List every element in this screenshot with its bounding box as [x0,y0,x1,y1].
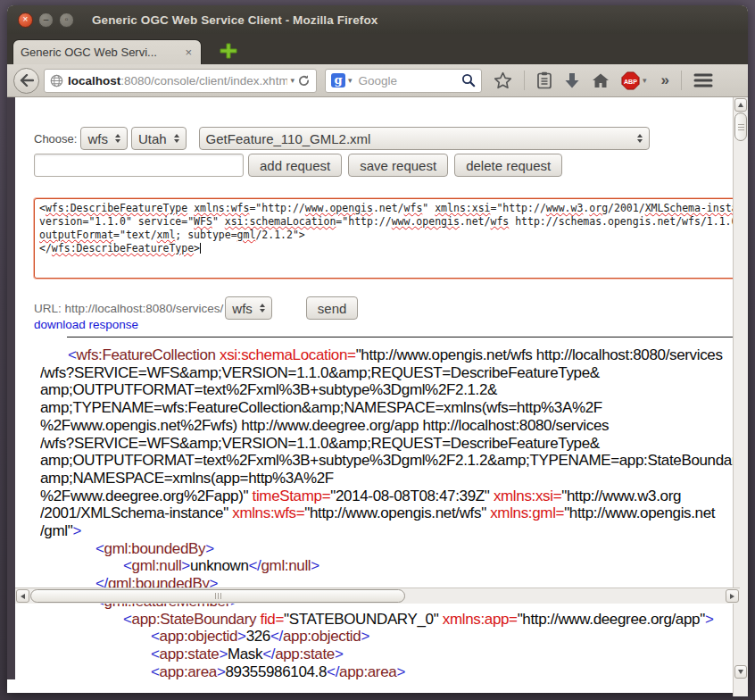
window-maximize-button[interactable]: ▫ [59,12,74,28]
url-dropdown-icon[interactable]: ▾ [290,76,295,85]
vertical-scroll-thumb[interactable] [734,112,747,141]
adblock-plus-button[interactable]: ABP ▾ [621,71,650,90]
editor-line: version="1.1.0" service="WFS" xsi:schema… [39,215,733,229]
scroll-right-icon [730,594,734,599]
response-line: %2Fwww.deegree.org%2Fapp)" timeStamp="20… [40,488,733,505]
tab-close-icon[interactable]: × [183,46,194,59]
request-editor-textarea[interactable]: <wfs:DescribeFeatureType xmlns:wfs="http… [34,198,733,279]
service-url-label: URL: http://localhost:8080/services/ [34,302,223,315]
select-stepper-icon [115,134,120,143]
tab-label: Generic OGC Web Servi... [21,46,183,59]
search-engine-dropdown-icon[interactable]: ▾ [348,76,353,85]
search-icon[interactable] [461,73,476,88]
bookmarks-menu-button[interactable] [536,71,552,89]
response-line: amp;OUTPUTFORMAT=text%2Fxml%3B+subtype%3… [40,381,733,399]
desktop: × – ▫ Generic OGC Web Service Client - M… [0,0,755,700]
scroll-down-button[interactable] [734,665,747,679]
navigation-toolbar: localhost :8080/console/client/index.xht… [7,64,748,97]
workspace-value: Utah [138,131,167,146]
star-icon [494,71,512,89]
text-caret [200,243,201,254]
abp-dropdown-icon[interactable]: ▾ [643,76,647,85]
back-button[interactable] [13,68,39,94]
new-tab-button[interactable] [218,42,239,60]
window-close-button[interactable]: × [18,12,33,28]
response-xml: <wfs:FeatureCollection xsi:schemaLocatio… [40,346,733,679]
editor-line: </wfs:DescribeFeatureType> [39,242,733,255]
response-line: amp;NAMESPACE=xmlns(app=http%3A%2F [40,470,733,488]
downloads-button[interactable] [564,72,580,89]
response-line: <wfs:FeatureCollection xsi:schemaLocatio… [40,346,733,364]
scroll-up-button[interactable] [734,98,747,112]
select-stepper-icon [174,134,179,143]
request-name-input[interactable] [34,154,244,177]
home-button[interactable] [592,72,610,89]
scroll-right-button[interactable] [726,589,739,603]
send-button[interactable]: send [306,296,359,320]
scroll-left-button[interactable] [16,589,29,603]
response-line: /wfs?SERVICE=WFS&amp;VERSION=1.1.0&amp;R… [40,364,733,382]
scroll-up-icon [738,103,743,107]
horizontal-scroll-thumb[interactable] [30,589,405,603]
firefox-window: × – ▫ Generic OGC Web Service Client - M… [7,5,748,693]
response-line: <app:objectid>326</app:objectid> [40,628,733,646]
horizontal-scrollbar[interactable] [15,588,740,604]
scroll-left-icon [21,594,25,599]
url-bar[interactable]: localhost :8080/console/client/index.xht… [44,69,317,93]
select-stepper-icon [637,134,643,143]
response-line: amp;TYPENAME=wfs:FeatureCollection&amp;N… [40,399,733,417]
save-request-button[interactable]: save request [348,154,448,177]
abp-icon: ABP [621,71,640,90]
new-tab-plus-icon [220,43,237,59]
response-line: /wfs?SERVICE=WFS&amp;VERSION=1.1.0&amp;R… [40,435,733,453]
google-favicon: g [331,73,345,88]
globe-icon [50,74,63,88]
url-path: :8080/console/client/index.xhtml [120,74,287,88]
svg-text:ABP: ABP [624,78,637,85]
editor-line: outputFormat="text/xml; subtype=gml/2.1.… [39,229,733,242]
menu-icon [693,72,713,88]
request-file-select[interactable]: GetFeature_110_GML2.xml [199,127,650,150]
home-icon [592,72,610,89]
bookmark-star-button[interactable] [494,71,512,89]
reload-icon[interactable] [297,74,311,88]
add-request-button[interactable]: add request [248,154,342,177]
toolbar-separator [681,71,682,90]
clipboard-icon [536,71,552,89]
menu-button[interactable] [693,72,713,88]
response-line: <app:state>Mask</app:state> [40,646,733,663]
response-line: amp;OUTPUTFORMAT=text%2Fxml%3B+subtype%3… [40,452,733,470]
editor-line: <wfs:DescribeFeatureType xmlns:wfs="http… [39,202,733,215]
window-minimize-button[interactable]: – [38,12,54,28]
send-service-select[interactable]: wfs [225,296,272,320]
service-type-select[interactable]: wfs [80,127,128,150]
choose-label: Choose: [34,132,77,146]
response-line: <app:StateBoundary fid="STATEBOUNDARY_0"… [40,611,733,629]
tab-generic-ogc-client[interactable]: Generic OGC Web Servi... × [12,39,202,64]
download-icon [564,72,580,89]
response-line: <gml:null>unknown</gml:null> [40,557,733,575]
vertical-scrollbar[interactable] [733,97,748,696]
window-title: Generic OGC Web Service Client - Mozilla… [92,13,378,27]
service-type-value: wfs [87,131,108,146]
titlebar: × – ▫ Generic OGC Web Service Client - M… [7,5,748,34]
response-line: %2Fwww.opengis.net%2Fwfs) http://www.dee… [40,417,733,435]
search-placeholder: Google [359,74,461,88]
delete-request-button[interactable]: delete request [454,154,562,177]
select-stepper-icon [260,304,265,312]
back-icon [20,74,34,87]
response-line: <app:area>89355986104.8</app:area> [40,663,733,679]
search-bar[interactable]: g ▾ Google [325,69,482,93]
download-response-link[interactable]: download response [34,318,138,331]
response-divider [67,337,733,338]
workspace-select[interactable]: Utah [131,127,187,150]
url-host: localhost [68,74,120,88]
response-line: /2001/XMLSchema-instance" xmlns:wfs="htt… [40,504,733,522]
toolbar-separator [524,71,525,90]
send-service-value: wfs [232,301,253,316]
tab-strip: Generic OGC Web Servi... × [7,34,748,64]
response-line: /gml"> [40,522,733,540]
response-line: <gml:boundedBy> [40,540,733,558]
overflow-chevron-button[interactable]: » [661,71,669,89]
scroll-down-icon [738,670,743,674]
